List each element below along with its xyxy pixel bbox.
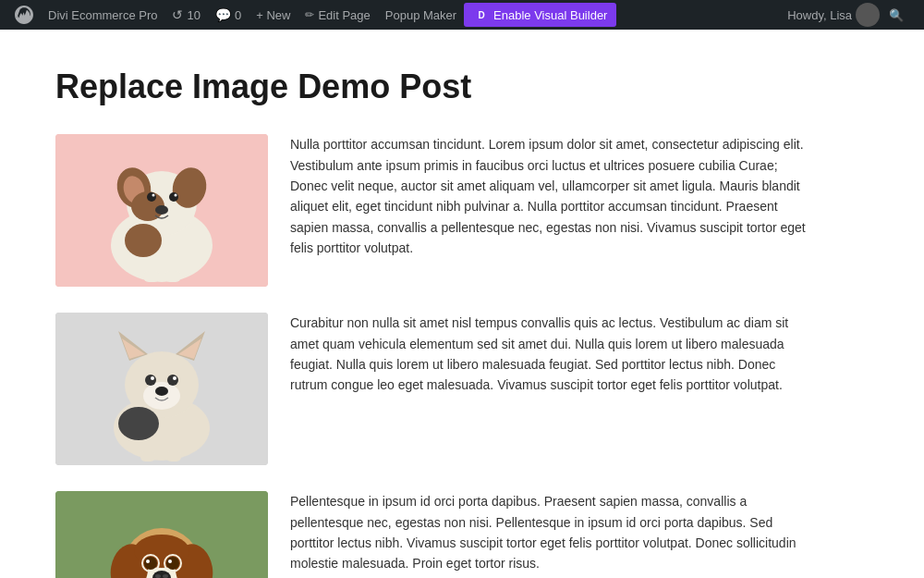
post-text-1: Nulla porttitor accumsan tincidunt. Lore…: [290, 134, 813, 287]
comments-button[interactable]: 💬 0: [208, 0, 249, 30]
svg-point-25: [151, 376, 154, 380]
svg-point-46: [163, 574, 168, 578]
howdy-label: Howdy, Lisa: [787, 8, 852, 22]
admin-bar: Divi Ecommerce Pro ↺ 10 💬 0 + New ✏ Edit…: [0, 0, 924, 30]
post-image-3: [55, 491, 268, 578]
wp-logo-button[interactable]: [7, 0, 41, 30]
main-content: Replace Image Demo Post: [0, 30, 869, 578]
svg-point-10: [175, 194, 177, 197]
svg-point-45: [155, 574, 161, 578]
svg-point-26: [173, 376, 176, 380]
svg-rect-29: [140, 451, 155, 461]
wp-logo-icon: [15, 6, 33, 24]
enable-builder-label: Enable Visual Builder: [493, 8, 607, 22]
divi-icon: D: [473, 6, 490, 23]
revisions-icon: ↺: [172, 7, 183, 22]
site-name-button[interactable]: Divi Ecommerce Pro: [41, 0, 164, 30]
svg-point-8: [169, 192, 178, 202]
edit-page-button[interactable]: ✏ Edit Page: [298, 0, 377, 30]
search-icon: 🔍: [889, 8, 904, 22]
svg-point-23: [145, 375, 156, 386]
admin-bar-right: Howdy, Lisa 🔍: [780, 2, 917, 28]
enable-visual-builder-button[interactable]: D Enable Visual Builder: [464, 3, 616, 27]
new-content-button[interactable]: + New: [249, 0, 298, 30]
popup-maker-label: Popup Maker: [385, 8, 456, 22]
svg-point-41: [168, 560, 172, 563]
svg-rect-13: [143, 271, 160, 282]
svg-point-40: [146, 560, 150, 563]
svg-rect-14: [164, 271, 181, 282]
post-image-1: [55, 134, 268, 287]
svg-point-9: [152, 194, 155, 197]
svg-point-7: [147, 192, 156, 202]
comments-count: 0: [235, 8, 241, 22]
svg-point-12: [125, 224, 162, 257]
svg-point-27: [155, 387, 168, 396]
post-text-2: Curabitur non nulla sit amet nisl tempus…: [290, 313, 813, 465]
popup-maker-button[interactable]: Popup Maker: [378, 0, 464, 30]
svg-rect-30: [166, 451, 181, 461]
svg-point-28: [118, 407, 159, 440]
post-text-3: Pellentesque in ipsum id orci porta dapi…: [290, 491, 813, 578]
comments-icon: 💬: [215, 7, 231, 22]
post-row-3: Pellentesque in ipsum id orci porta dapi…: [55, 491, 813, 578]
svg-point-24: [167, 375, 178, 386]
post-image-2: [55, 313, 268, 465]
new-label: + New: [256, 8, 290, 22]
user-avatar[interactable]: [856, 3, 880, 27]
post-row-1: Nulla porttitor accumsan tincidunt. Lore…: [55, 134, 813, 287]
svg-point-11: [155, 205, 168, 215]
post-row-2: Curabitur non nulla sit amet nisl tempus…: [55, 313, 813, 465]
edit-page-label: Edit Page: [318, 8, 370, 22]
page-title: Replace Image Demo Post: [55, 67, 813, 106]
revisions-count: 10: [187, 8, 200, 22]
site-name-label: Divi Ecommerce Pro: [48, 8, 157, 22]
search-button[interactable]: 🔍: [883, 2, 909, 28]
svg-point-39: [166, 557, 179, 570]
revisions-button[interactable]: ↺ 10: [164, 0, 207, 30]
svg-point-38: [144, 557, 157, 570]
pencil-icon: ✏: [305, 8, 314, 21]
